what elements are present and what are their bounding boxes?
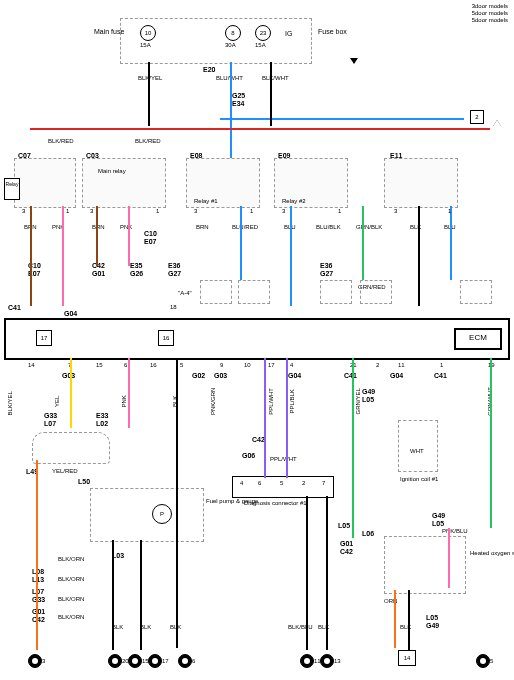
gnd-17	[148, 654, 162, 668]
pin-9: 9	[220, 362, 223, 369]
conn-e36-2: E36	[320, 262, 332, 269]
pin-4b: 4	[290, 362, 293, 369]
wire-brn-2: BRN	[92, 224, 105, 231]
wire-blkyel-v	[148, 62, 150, 126]
fan-5	[460, 280, 492, 304]
fuse-8: 8	[225, 25, 241, 41]
conn-g26: G26	[130, 270, 143, 277]
wire-ppl-v1	[264, 358, 266, 478]
wire-blublk: BLU/BLK	[316, 224, 341, 231]
ign-label: Ignition coil #1	[400, 476, 438, 483]
pin-6b: 6	[124, 362, 127, 369]
wire-grnwht-v	[490, 358, 492, 528]
conn-e36: E36	[168, 262, 180, 269]
relay1-pin1: 1	[66, 208, 69, 215]
conn-g03: G03	[62, 372, 75, 379]
bus-red	[30, 128, 490, 130]
relay-label-box: Relay	[4, 178, 20, 200]
wire-yel-lo: YEL	[54, 396, 61, 407]
wire-yelred: YEL/RED	[52, 468, 78, 475]
wire-blkwht-v	[270, 62, 272, 126]
fuse-10: 10	[140, 25, 156, 41]
pin-16b: 16	[150, 362, 157, 369]
wire-orn-v	[394, 590, 396, 648]
fuse-23: 23	[255, 25, 271, 41]
wire-blkred-2: BLK/RED	[135, 138, 161, 145]
wire-ppl-v2	[286, 358, 288, 478]
conn-e33: E33	[96, 412, 108, 419]
conn-g01: G01	[92, 270, 105, 277]
diag-pin2: 2	[302, 480, 305, 487]
pin-17b: 17	[268, 362, 275, 369]
wire-blkorn-v	[36, 460, 38, 650]
relay3-pin3: 3	[194, 208, 197, 215]
gnd-13-num: 13	[334, 658, 341, 665]
conn-l07b: L07	[32, 588, 44, 595]
wire-pnk-v2	[128, 206, 130, 266]
conn-l07: L07	[44, 420, 56, 427]
wire-pnk-v3	[128, 358, 130, 428]
relay-e11	[384, 158, 458, 208]
relay-c03	[82, 158, 166, 208]
conn-l05d: L05	[426, 614, 438, 621]
conn-g27: G27	[168, 270, 181, 277]
wire-blk-v7	[408, 590, 410, 650]
pin-10b: 10	[244, 362, 251, 369]
wire-brn-v2	[96, 206, 98, 266]
wire-blk-v5	[306, 496, 308, 650]
wire-pnk-2: PNK	[120, 224, 132, 231]
gnd-5	[476, 654, 490, 668]
relay5-pin1: 1	[448, 208, 451, 215]
ig-label: IG	[285, 30, 292, 38]
conn-e34: E34	[232, 100, 244, 107]
wire-blkorn-1: BLK/ORN	[58, 556, 84, 563]
conn-c42: C42	[92, 262, 105, 269]
relay3-pin1: 1	[250, 208, 253, 215]
gnd-3-num: 3	[42, 658, 45, 665]
legend-2: 5door models	[472, 10, 508, 17]
diag-pin5: 5	[280, 480, 283, 487]
node-2-box: 2	[470, 110, 484, 124]
gnd-17-num: 17	[162, 658, 169, 665]
diag-pin4: 4	[240, 480, 243, 487]
pin-18: 18	[170, 304, 177, 311]
pin-2b: 2	[376, 362, 379, 369]
conn-g27-2: G27	[320, 270, 333, 277]
conn-g01c: G01	[340, 540, 353, 547]
conn-c42c: C42	[340, 548, 353, 555]
gnd-6	[178, 654, 192, 668]
gnd-11	[300, 654, 314, 668]
gnd-13	[320, 654, 334, 668]
conn-e20: E20	[203, 66, 215, 73]
relay4-pin1: 1	[338, 208, 341, 215]
pin-11b: 11	[398, 362, 405, 369]
gnd-6-num: 6	[192, 658, 195, 665]
ecm-label: ECM	[454, 328, 502, 350]
instrument-cluster	[32, 432, 110, 464]
conn-g01b: G01	[32, 608, 45, 615]
wire-blk-v6	[326, 496, 328, 650]
conn-l13: L13	[32, 576, 44, 583]
conn-g03-2: G03	[214, 372, 227, 379]
conn-g33: G33	[44, 412, 57, 419]
wire-pplblk: PPL/BLK	[289, 389, 296, 413]
a4-label: "A-4"	[178, 290, 192, 297]
wire-blured-v	[240, 206, 242, 280]
ecm-16: 16	[158, 330, 174, 346]
conn-l50: L50	[78, 478, 90, 485]
wire-blu-v2	[290, 206, 292, 306]
wire-blu-v1	[230, 62, 232, 158]
pin-1b: 1	[440, 362, 443, 369]
wire-pnkblu-v	[448, 528, 450, 588]
conn-g49c: G49	[426, 622, 439, 629]
wire-grn-v1	[362, 206, 364, 280]
pin-15: 15	[96, 362, 103, 369]
diag-pin7: 7	[322, 480, 325, 487]
wire-brn-3: BRN	[196, 224, 209, 231]
wire-blkyel-1: BLK/YEL	[138, 75, 162, 82]
conn-c41-3: C41	[434, 372, 447, 379]
relay1-label: Relay #1	[194, 198, 218, 205]
fuse-8-amp: 30A	[225, 42, 236, 49]
fuse-23-amp: 15A	[255, 42, 266, 49]
wire-grnyel: GRN/YEL	[355, 388, 362, 414]
